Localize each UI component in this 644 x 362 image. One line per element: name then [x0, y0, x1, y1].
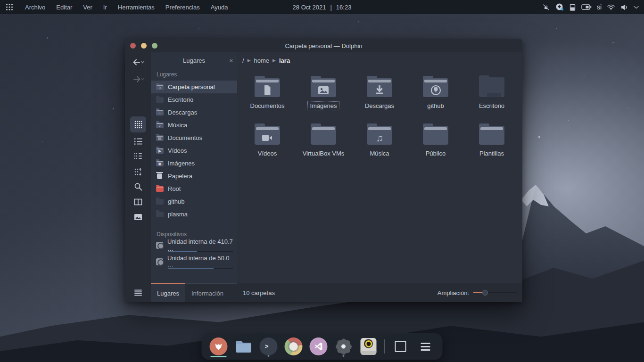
top-panel: Archivo Editar Ver Ir Herramientas Prefe… — [0, 0, 644, 14]
menu-ir[interactable]: Ir — [103, 3, 107, 12]
forward-button[interactable] — [130, 73, 146, 85]
folder-documentos[interactable]: Documentos — [243, 75, 292, 118]
folder-view: / ▶ home ▶ lara Documentos — [237, 52, 522, 283]
file-manager-icon — [235, 339, 252, 354]
images-folder-icon: ▣ — [156, 161, 164, 166]
folder-grid: Documentos Imágenes — [237, 68, 522, 166]
folder-imagenes[interactable]: Imágenes — [299, 75, 348, 118]
close-window-button[interactable] — [130, 43, 136, 49]
device-internal-50[interactable]: Unidad interna de 50.0 … — [156, 257, 237, 269]
folder-videos[interactable]: Vídeos — [243, 123, 292, 166]
app-launcher-grid-icon[interactable] — [4, 2, 15, 12]
place-label: plasma — [168, 211, 188, 218]
dock-file-manager[interactable] — [234, 336, 253, 357]
folder-label: Plantillas — [477, 149, 506, 158]
notifications-muted-icon[interactable] — [542, 3, 550, 11]
chromium-icon — [285, 337, 303, 355]
details-view-button[interactable] — [130, 135, 146, 148]
dock-music-player[interactable] — [359, 336, 378, 357]
battery-icon[interactable] — [581, 4, 592, 10]
folder-virtualbox-vms[interactable]: VirtualBox VMs — [299, 123, 348, 166]
place-label: Papelera — [168, 173, 192, 180]
dock-firefox[interactable] — [209, 336, 228, 357]
breadcrumb-root[interactable]: / — [242, 57, 244, 64]
terminal-prompt-glyph: >_ — [265, 343, 272, 350]
running-indicator — [343, 355, 345, 357]
titlebar[interactable]: Carpeta personal — Dolphin — [125, 39, 522, 52]
folder-videos-icon — [255, 126, 280, 145]
folder-plain-icon — [423, 126, 448, 145]
folder-github[interactable]: github — [411, 75, 460, 118]
place-escritorio[interactable]: Escritorio — [151, 93, 237, 106]
wifi-icon[interactable] — [607, 4, 615, 10]
place-carpeta-personal[interactable]: ⌂ Carpeta personal — [151, 81, 237, 93]
folder-escritorio[interactable]: Escritorio — [467, 75, 516, 118]
place-musica[interactable]: ♪ Música — [151, 119, 237, 132]
panel-close-icon[interactable]: × — [229, 58, 233, 64]
menu-editar[interactable]: Editar — [56, 3, 73, 12]
panel-menu-icon[interactable] — [134, 289, 142, 296]
desktop: { "topbar": { "menus": ["Archivo", "Edit… — [0, 0, 644, 362]
home-folder-icon: ⌂ — [156, 84, 164, 90]
places-panel-header[interactable]: Lugares × — [151, 52, 237, 68]
place-plasma[interactable]: plasma — [151, 208, 237, 221]
menu-herramientas[interactable]: Herramientas — [117, 3, 155, 12]
tray-expand-chevron-icon[interactable] — [633, 5, 639, 9]
folder-musica[interactable]: ♫ Música — [355, 123, 404, 166]
documents-folder-icon: ▤ — [156, 135, 164, 141]
zoom-slider-handle[interactable] — [482, 290, 488, 296]
keyboard-layout-indicator[interactable]: si — [597, 3, 602, 11]
place-root[interactable]: Root — [151, 182, 237, 195]
dock-chromium[interactable] — [284, 336, 303, 357]
tab-informacion[interactable]: Información — [185, 283, 230, 302]
devices-section: Dispositivos Unidad interna de 410.7 … U… — [151, 228, 237, 273]
place-descargas[interactable]: ↓ Descargas — [151, 106, 237, 119]
folder-publico[interactable]: Público — [411, 123, 460, 166]
place-imagenes[interactable]: ▣ Imágenes — [151, 157, 237, 170]
dock-app-menu[interactable] — [416, 336, 435, 357]
breadcrumb-home[interactable]: home — [254, 57, 270, 64]
dock-terminal[interactable]: >_ — [259, 336, 278, 357]
dock-vscode[interactable] — [309, 336, 328, 357]
folder-plain-icon — [479, 126, 504, 145]
maximize-window-button[interactable] — [152, 43, 157, 49]
search-button[interactable] — [130, 181, 146, 193]
place-papelera[interactable]: Papelera — [151, 170, 237, 182]
menu-ver[interactable]: Ver — [83, 3, 93, 12]
minimize-window-button[interactable] — [141, 43, 147, 49]
place-label: Root — [168, 185, 181, 192]
firefox-icon — [210, 337, 228, 355]
folder-label: VirtualBox VMs — [300, 149, 347, 158]
compact-view-button[interactable] — [130, 150, 146, 163]
icons-view-button[interactable] — [130, 116, 146, 132]
clipboard-icon[interactable] — [569, 3, 576, 11]
place-videos[interactable]: ▶ Vídeos — [151, 144, 237, 157]
place-documentos[interactable]: ▤ Documentos — [151, 132, 237, 144]
folder-descargas[interactable]: Descargas — [355, 75, 404, 118]
device-internal-410[interactable]: Unidad interna de 410.7 … — [156, 240, 237, 252]
menu-archivo[interactable]: Archivo — [25, 3, 46, 12]
updates-available-icon[interactable] — [555, 3, 564, 11]
clock-time: 16:23 — [336, 4, 352, 11]
preview-button[interactable] — [130, 211, 146, 223]
folder-plantillas[interactable]: Plantillas — [467, 123, 516, 166]
split-view-button[interactable] — [130, 196, 146, 208]
dock-settings[interactable] — [334, 336, 353, 357]
breadcrumb-current[interactable]: lara — [279, 57, 290, 64]
zoom-slider[interactable] — [473, 290, 517, 296]
menu-ayuda[interactable]: Ayuda — [210, 3, 229, 12]
folder-label: Imágenes — [307, 101, 339, 110]
dock-show-desktop[interactable] — [391, 336, 410, 357]
place-label: Escritorio — [168, 96, 193, 103]
place-label: Imágenes — [168, 160, 195, 167]
menu-preferencias[interactable]: Preferencias — [165, 3, 200, 12]
tab-lugares[interactable]: Lugares — [151, 283, 185, 302]
clock-divider: | — [330, 4, 331, 11]
drive-icon — [156, 242, 163, 249]
place-github[interactable]: github — [151, 195, 237, 208]
clock[interactable]: 28 Oct 2021 | 16:23 — [293, 4, 352, 11]
sort-button[interactable] — [130, 165, 146, 178]
system-tray: si — [542, 3, 644, 11]
back-button[interactable] — [130, 56, 146, 68]
volume-icon[interactable] — [620, 4, 628, 11]
